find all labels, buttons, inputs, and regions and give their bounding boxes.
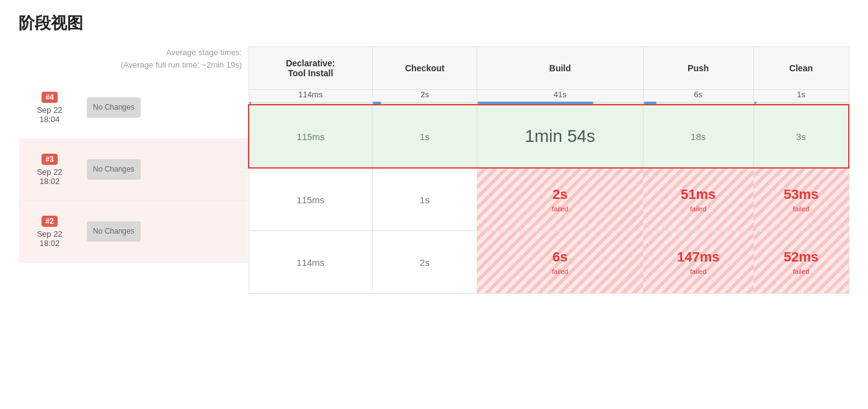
cell-#4-2: 1min 54s <box>477 105 643 168</box>
cell-#2-2: 6sfailed <box>477 231 643 294</box>
cell-time: 3s <box>796 131 806 142</box>
cell-#3-0: 115ms <box>249 168 373 231</box>
cell-#3-1: 1s <box>373 168 477 231</box>
cell-time: 53ms <box>784 187 818 203</box>
failed-label: failed <box>552 205 568 213</box>
avg-cell-2: 41s <box>477 90 643 105</box>
avg-time: 6s <box>644 90 753 99</box>
avg-time: 114ms <box>249 90 373 99</box>
progress-bar-container <box>373 102 477 104</box>
progress-bar-container <box>477 102 643 104</box>
cell-#3-3: 51msfailed <box>643 168 753 231</box>
run-row-#4: #4Sep 2218:04No Changes <box>19 77 248 139</box>
cell-#4-3: 18s <box>643 105 753 168</box>
page-title: 阶段视图 <box>19 12 849 34</box>
run-rows: #4Sep 2218:04No Changes#3Sep 2218:02No C… <box>19 77 248 263</box>
failed-label: failed <box>690 268 706 275</box>
avg-row: 114ms 2s 41s 6s 1s <box>249 90 849 105</box>
cell-time: 51ms <box>681 187 715 203</box>
progress-bar <box>373 102 381 104</box>
avg-time: 2s <box>373 90 477 99</box>
cell-#3-2: 2sfailed <box>477 168 643 231</box>
col-header-build: Build <box>477 47 643 90</box>
no-changes-label: No Changes <box>87 97 141 118</box>
failed-label: failed <box>793 268 809 275</box>
avg-cell-0: 114ms <box>249 90 373 105</box>
avg-cell-1: 2s <box>373 90 477 105</box>
col-header-clean: Clean <box>753 47 849 90</box>
cell-time: 1s <box>420 195 430 205</box>
run-time: 18:02 <box>40 177 60 186</box>
data-row-#4: 115ms1s1min 54s18s3s <box>249 105 849 168</box>
failed-label: failed <box>793 205 809 213</box>
run-badge: #2Sep 2218:02 <box>19 216 81 248</box>
right-panel: Declarative:Tool InstallCheckoutBuildPus… <box>248 46 849 294</box>
cell-time: 52ms <box>784 249 818 265</box>
cell-time: 6s <box>552 249 567 265</box>
run-number: #4 <box>42 92 57 103</box>
cell-time: 2s <box>552 187 567 203</box>
cell-time: 115ms <box>296 195 324 205</box>
cell-#3-4: 53msfailed <box>753 168 849 231</box>
col-header-declarative: Declarative:Tool Install <box>249 47 373 90</box>
avg-label: Average stage times: (Average full run t… <box>19 46 248 77</box>
cell-#4-1: 1s <box>373 105 477 168</box>
progress-bar-container <box>644 102 753 104</box>
data-row-#2: 114ms2s6sfailed147msfailed52msfailed <box>249 231 849 294</box>
cell-time: 2s <box>420 257 430 268</box>
cell-time: 147ms <box>677 249 720 265</box>
progress-bar <box>754 102 757 104</box>
run-date: Sep 22 <box>37 229 62 239</box>
cell-#2-4: 52msfailed <box>753 231 849 294</box>
progress-bar <box>477 102 593 104</box>
data-row-#3: 115ms1s2sfailed51msfailed53msfailed <box>249 168 849 231</box>
cell-time: 115ms <box>297 131 325 142</box>
avg-time: 41s <box>477 90 643 99</box>
run-badge: #4Sep 2218:04 <box>19 92 81 124</box>
cell-time: 1min 54s <box>525 126 595 146</box>
main-layout: Average stage times: (Average full run t… <box>19 46 849 294</box>
avg-time: 1s <box>754 90 849 99</box>
cell-time: 18s <box>691 131 706 142</box>
progress-bar-container <box>249 102 373 104</box>
no-changes-label: No Changes <box>87 159 141 180</box>
run-number: #3 <box>42 154 57 165</box>
failed-label: failed <box>552 268 568 275</box>
col-header-push: Push <box>643 47 753 90</box>
no-changes-label: No Changes <box>87 221 141 242</box>
run-badge: #3Sep 2218:02 <box>19 154 81 186</box>
failed-label: failed <box>690 205 706 213</box>
progress-bar <box>249 102 252 104</box>
cell-time: 1s <box>420 131 430 142</box>
stage-table: Declarative:Tool InstallCheckoutBuildPus… <box>248 46 849 294</box>
cell-#4-0: 115ms <box>249 105 373 168</box>
cell-time: 114ms <box>296 257 324 268</box>
run-number: #2 <box>42 216 57 227</box>
left-panel: Average stage times: (Average full run t… <box>19 46 248 294</box>
col-header-checkout: Checkout <box>373 47 477 90</box>
avg-cell-3: 6s <box>643 90 753 105</box>
run-row-#2: #2Sep 2218:02No Changes <box>19 201 248 263</box>
cell-#2-1: 2s <box>373 231 477 294</box>
run-time: 18:02 <box>40 239 60 248</box>
avg-cell-4: 1s <box>753 90 849 105</box>
progress-bar <box>644 102 657 104</box>
cell-#2-3: 147msfailed <box>643 231 753 294</box>
run-row-#3: #3Sep 2218:02No Changes <box>19 139 248 201</box>
cell-#2-0: 114ms <box>249 231 373 294</box>
run-date: Sep 22 <box>37 105 62 115</box>
progress-bar-container <box>754 102 849 104</box>
cell-#4-4: 3s <box>753 105 849 168</box>
run-date: Sep 22 <box>37 167 62 177</box>
run-time: 18:04 <box>40 115 60 124</box>
